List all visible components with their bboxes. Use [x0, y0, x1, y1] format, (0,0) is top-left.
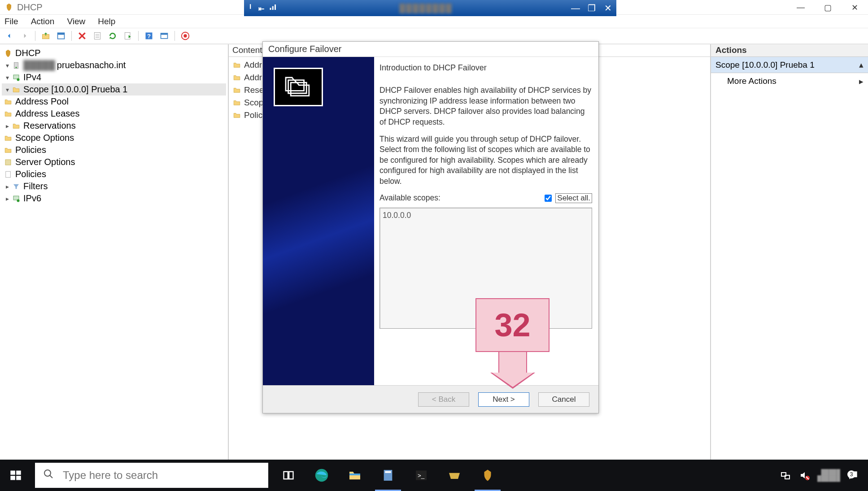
maximize-button[interactable]: ▢: [814, 0, 841, 15]
tree-pane[interactable]: DHCP ▾ █████ pruebasnacho.int ▾: [0, 44, 229, 460]
export-icon[interactable]: [122, 30, 134, 42]
svg-rect-16: [161, 33, 168, 35]
taskbar-dhcp[interactable]: [471, 460, 504, 491]
select-all-checkbox[interactable]: [545, 195, 552, 202]
chevron-down-icon[interactable]: ▾: [4, 86, 11, 93]
sound-muted-icon[interactable]: [798, 469, 810, 481]
session-minimize-button[interactable]: —: [571, 3, 580, 13]
next-button[interactable]: Next >: [478, 392, 529, 407]
help-icon[interactable]: ?: [143, 30, 155, 42]
dialog-para-1: DHCP Failover enables high availability …: [379, 85, 592, 128]
menu-view[interactable]: View: [67, 17, 85, 26]
dhcp-app-icon: [4, 3, 13, 12]
tree-address-pool[interactable]: Address Pool: [2, 96, 226, 108]
chevron-right-icon[interactable]: ▸: [859, 76, 864, 87]
folder-icon: [232, 86, 241, 95]
minimize-button[interactable]: —: [787, 0, 814, 15]
taskbar-cmd[interactable]: >_: [405, 460, 438, 491]
actions-scope-row[interactable]: Scope [10.0.0.0] Prueba 1 ▴: [711, 57, 868, 73]
back-icon[interactable]: [4, 30, 15, 42]
dialog-footer: < Back Next > Cancel: [263, 385, 598, 413]
svg-rect-36: [349, 474, 360, 475]
notification-badge: 3: [847, 470, 855, 478]
tray-clock[interactable]: ███████████: [817, 469, 840, 482]
filters-icon: [12, 182, 21, 191]
tree-server[interactable]: ▾ █████ pruebasnacho.int: [2, 59, 226, 71]
up-icon[interactable]: [40, 30, 52, 42]
window-icon[interactable]: [158, 30, 170, 42]
collapse-icon[interactable]: ▴: [859, 60, 864, 70]
tree-reservations[interactable]: ▸Reservations: [2, 120, 226, 132]
folder-icon: [4, 109, 13, 118]
session-restore-button[interactable]: ❐: [587, 3, 597, 13]
taskbar-app[interactable]: [438, 460, 471, 491]
annotation-number: 32: [475, 298, 550, 352]
record-icon[interactable]: [179, 30, 191, 42]
svg-text:>_: >_: [418, 472, 425, 479]
svg-rect-4: [275, 4, 276, 10]
taskbar-explorer[interactable]: [338, 460, 371, 491]
svg-line-32: [50, 475, 52, 478]
actions-more-row[interactable]: More Actions ▸: [711, 73, 868, 89]
tree-scope-options[interactable]: Scope Options: [2, 132, 226, 144]
tree-address-leases[interactable]: Address Leases: [2, 108, 226, 120]
svg-rect-24: [6, 171, 11, 178]
folder-icon: [12, 85, 21, 94]
taskbar: >_ ███████████ 3: [0, 460, 868, 491]
notifications-icon[interactable]: 3: [847, 469, 859, 481]
svg-point-26: [17, 199, 20, 202]
tree-server-options[interactable]: Server Options: [2, 156, 226, 168]
svg-rect-33: [284, 472, 288, 479]
session-close-button[interactable]: ✕: [603, 3, 613, 13]
properties-icon[interactable]: [92, 30, 103, 42]
chevron-right-icon[interactable]: ▸: [4, 183, 11, 190]
server-icon: [12, 61, 21, 70]
start-button[interactable]: [0, 460, 31, 491]
folders-icon: [274, 68, 323, 106]
taskbar-search[interactable]: [35, 463, 268, 488]
close-button[interactable]: ✕: [841, 0, 868, 15]
dialog-title: Configure Failover: [263, 42, 598, 57]
refresh-icon[interactable]: [107, 30, 118, 42]
remote-session-titlebar[interactable]: ⇤ ████████ — ❐ ✕: [244, 0, 616, 16]
show-hide-icon[interactable]: [55, 30, 67, 42]
network-icon[interactable]: [780, 469, 791, 481]
server-host-blur: █████: [23, 60, 55, 70]
chevron-down-icon[interactable]: ▾: [4, 62, 11, 69]
tree-scope-policies[interactable]: Policies: [2, 144, 226, 156]
chevron-right-icon[interactable]: ▸: [4, 122, 11, 130]
tree-root-dhcp[interactable]: DHCP: [2, 47, 226, 59]
tree-filters[interactable]: ▸Filters: [2, 180, 226, 192]
svg-rect-23: [5, 160, 11, 165]
dialog-side-graphic: [263, 57, 374, 385]
task-view-button[interactable]: [272, 460, 305, 491]
search-input[interactable]: [62, 469, 260, 482]
chevron-down-icon[interactable]: ▾: [4, 74, 11, 81]
delete-icon[interactable]: [76, 30, 88, 42]
folder-icon: [12, 122, 21, 130]
dialog-heading: Introduction to DHCP Failover: [379, 63, 592, 73]
svg-rect-29: [10, 476, 15, 480]
forward-icon[interactable]: [19, 30, 31, 42]
tree-scope[interactable]: ▾ Scope [10.0.0.0] Prueba 1: [2, 83, 226, 96]
scope-entry[interactable]: 10.0.0.0: [383, 211, 589, 220]
menu-bar: File Action View Help: [0, 15, 868, 28]
menu-file[interactable]: File: [4, 17, 18, 26]
remote-session-title: ████████: [399, 4, 452, 13]
options-icon: [4, 158, 13, 167]
pin-icon[interactable]: ⇤: [249, 3, 264, 13]
svg-point-35: [315, 469, 328, 482]
tree-server-policies[interactable]: Policies: [2, 168, 226, 180]
available-scopes-label: Available scopes:: [379, 193, 441, 203]
svg-rect-0: [250, 4, 251, 9]
tree-ipv6[interactable]: ▸IPv6: [2, 192, 226, 204]
select-all-label[interactable]: Select all.: [555, 193, 592, 203]
svg-rect-7: [58, 33, 65, 35]
tree-ipv4[interactable]: ▾ IPv4: [2, 71, 226, 83]
taskbar-server-manager[interactable]: [371, 460, 405, 491]
menu-action[interactable]: Action: [31, 17, 55, 26]
cancel-button[interactable]: Cancel: [538, 392, 589, 407]
chevron-right-icon[interactable]: ▸: [4, 195, 11, 202]
menu-help[interactable]: Help: [98, 17, 115, 26]
taskbar-edge[interactable]: [305, 460, 338, 491]
